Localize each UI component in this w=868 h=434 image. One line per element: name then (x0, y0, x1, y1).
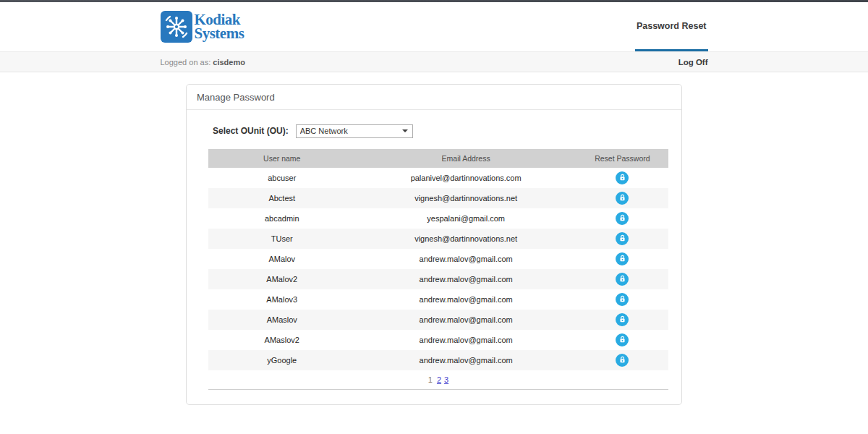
pagination-link-page-3[interactable]: 3 (444, 375, 448, 384)
username-cell: AMalov2 (208, 269, 356, 289)
nav-tab-password-reset[interactable]: Password Reset (635, 2, 708, 51)
reset-cell (576, 330, 668, 350)
reset-password-button[interactable] (616, 354, 629, 367)
reset-cell (576, 188, 668, 208)
reset-cell (576, 269, 668, 289)
username-cell: AMalov (208, 249, 356, 269)
email-cell: vignesh@dartinnovations.net (356, 229, 576, 249)
email-cell: andrew.malov@gmail.com (356, 330, 576, 350)
table-row: TUser vignesh@dartinnovations.net (208, 229, 668, 249)
username-cell: Abctest (208, 188, 356, 208)
lock-icon (618, 174, 626, 182)
username-cell: AMalov3 (208, 289, 356, 310)
pagination-row: 123 (208, 370, 668, 390)
lock-icon (618, 295, 626, 303)
email-cell: vignesh@dartinnovations.net (356, 188, 576, 208)
ou-select-wrapper: ABC Network (296, 124, 413, 138)
table-row: AMalov andrew.malov@gmail.com (208, 249, 668, 269)
reset-cell (576, 208, 668, 229)
lock-icon (618, 194, 626, 202)
pagination: 123 (208, 370, 668, 390)
ou-select[interactable]: ABC Network (296, 124, 413, 138)
email-cell: palanivel@dartinnovations.com (356, 168, 576, 188)
col-header-email: Email Address (356, 149, 576, 168)
users-table-body: abcuser palanivel@dartinnovations.com Ab… (208, 168, 668, 370)
reset-cell (576, 289, 668, 310)
panel-title: Manage Password (187, 85, 681, 110)
username-cell: TUser (208, 229, 356, 249)
username-cell: abcadmin (208, 208, 356, 229)
reset-cell (576, 249, 668, 269)
main-nav: Password Reset (635, 2, 708, 51)
reset-cell (576, 229, 668, 249)
reset-cell (576, 350, 668, 370)
lock-icon (618, 275, 626, 283)
users-table: User name Email Address Reset Password a… (208, 149, 668, 391)
username-cell: yGoogle (208, 350, 356, 370)
snowflake-logo-icon (161, 11, 192, 43)
reset-password-button[interactable] (616, 212, 629, 225)
lock-icon (618, 336, 626, 344)
table-row: AMaslov andrew.malov@gmail.com (208, 310, 668, 330)
logo-wordmark: Kodiak Systems (195, 13, 244, 41)
reset-password-button[interactable] (616, 192, 629, 205)
email-cell: andrew.malov@gmail.com (356, 269, 576, 289)
lock-icon (618, 255, 626, 263)
lock-icon (618, 356, 626, 364)
pagination-current-page: 1 (428, 375, 433, 384)
reset-password-button[interactable] (616, 313, 629, 326)
reset-password-button[interactable] (616, 333, 629, 346)
session-bar: Logged on as: cisdemo Log Off (0, 52, 868, 72)
table-row: abcuser palanivel@dartinnovations.com (208, 168, 668, 188)
email-cell: andrew.malov@gmail.com (356, 249, 576, 269)
logged-on-username: cisdemo (213, 58, 245, 67)
table-row: AMalov3 andrew.malov@gmail.com (208, 289, 668, 310)
reset-password-button[interactable] (616, 252, 629, 265)
app-header: Kodiak Systems Password Reset (0, 2, 868, 52)
lock-icon (618, 315, 626, 323)
email-cell: andrew.malov@gmail.com (356, 289, 576, 310)
username-cell: abcuser (208, 168, 356, 188)
reset-password-button[interactable] (616, 171, 629, 184)
table-row: AMalov2 andrew.malov@gmail.com (208, 269, 668, 289)
username-cell: AMaslov2 (208, 330, 356, 350)
table-header-row: User name Email Address Reset Password (208, 149, 668, 168)
reset-password-button[interactable] (616, 232, 629, 245)
email-cell: andrew.malov@gmail.com (356, 350, 576, 370)
reset-cell (576, 310, 668, 330)
email-cell: andrew.malov@gmail.com (356, 310, 576, 330)
lock-icon (618, 214, 626, 222)
logged-on-text: Logged on as: cisdemo (161, 58, 245, 67)
ou-select-label: Select OUnit (OU): (213, 126, 289, 136)
table-row: Abctest vignesh@dartinnovations.net (208, 188, 668, 208)
table-row: abcadmin yespalani@gmail.com (208, 208, 668, 229)
kodiak-logo[interactable]: Kodiak Systems (161, 11, 244, 43)
username-cell: AMaslov (208, 310, 356, 330)
reset-cell (576, 168, 668, 188)
table-row: AMaslov2 andrew.malov@gmail.com (208, 330, 668, 350)
log-off-link[interactable]: Log Off (678, 58, 708, 67)
table-row: yGoogle andrew.malov@gmail.com (208, 350, 668, 370)
reset-password-button[interactable] (616, 273, 629, 286)
pagination-link-page-2[interactable]: 2 (437, 375, 441, 384)
lock-icon (618, 234, 626, 242)
email-cell: yespalani@gmail.com (356, 208, 576, 229)
manage-password-panel: Manage Password Select OUnit (OU): ABC N… (186, 84, 682, 405)
col-header-reset: Reset Password (576, 149, 668, 168)
col-header-username: User name (208, 149, 356, 168)
reset-password-button[interactable] (616, 293, 629, 306)
